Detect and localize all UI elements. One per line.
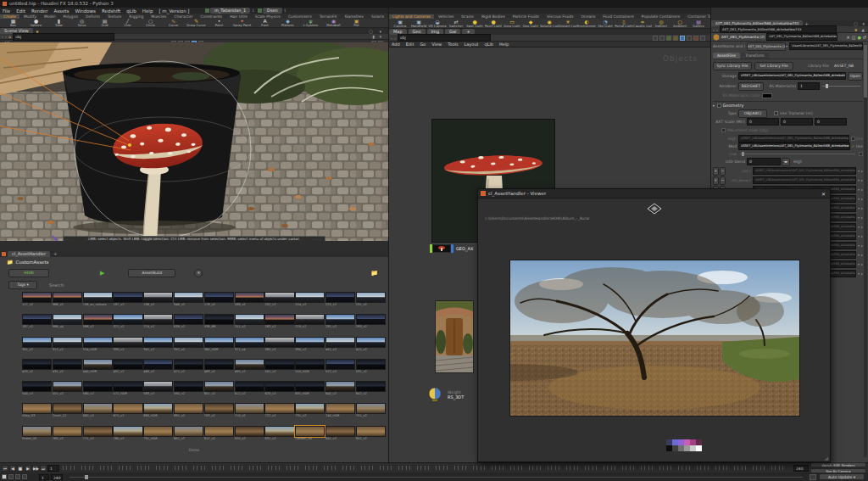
rs-materials-slider[interactable] — [822, 86, 860, 87]
shelf-tool[interactable]: ◔ Sky Light — [596, 20, 615, 28]
shelf-tool[interactable]: ◉ Metaball — [322, 19, 345, 27]
shelf-tool[interactable]: ∿ Curve — [162, 19, 185, 27]
cursor-tool-icon[interactable] — [653, 36, 658, 41]
shelf-tool[interactable]: ⇄ Switcher — [447, 20, 465, 28]
shelf-tab[interactable]: Grains — [458, 14, 478, 19]
asset-thumbnail[interactable]: 660_v2 — [83, 403, 113, 418]
shelf-tool[interactable]: ◎ Torus — [70, 19, 93, 27]
asset-thumbnail[interactable]: 966_v2 — [53, 292, 82, 307]
scene-viewport[interactable]: LMB: select objects. Shift LMB: toggle s… — [0, 42, 388, 241]
copy-icon[interactable]: ◫ — [852, 35, 856, 40]
asset-thumbnail[interactable]: 371_v4 — [235, 337, 264, 352]
shelf-tab[interactable]: Oceans — [578, 14, 600, 19]
lod-row-menu-icon[interactable]: ▾ — [858, 206, 860, 210]
home-icon[interactable]: ⌂ — [8, 34, 11, 39]
hdri-load-button[interactable]: HDRI — [8, 269, 49, 277]
shelf-tab[interactable]: Deform — [82, 14, 104, 19]
asset-thumbnail[interactable]: 583_v2 — [143, 381, 173, 396]
asset-thumbnail[interactable]: 601_v2 — [204, 381, 234, 396]
lod-row-expand-icon[interactable]: ▸ — [861, 271, 863, 276]
shelf-tab[interactable]: Constraints — [198, 14, 227, 19]
lod-row-menu-icon[interactable]: ▾ — [858, 178, 860, 182]
error-badge-icon[interactable] — [693, 36, 698, 41]
parameter-breadcrumb[interactable]: AXT_081_FlyAmanita_640ext568_dchebahbw74… — [720, 25, 837, 33]
asset-thumbnail[interactable]: Alley_03 — [22, 403, 52, 418]
pane-menu-icon[interactable]: ▾ — [862, 21, 865, 26]
shelf-tool[interactable]: ▭ Area Light — [503, 20, 521, 28]
network-menu-item[interactable]: Add — [392, 42, 400, 47]
asset-thumbnail[interactable]: 312_v2 — [53, 337, 82, 352]
go-end-icon[interactable]: ⏭ — [40, 465, 47, 472]
slider-handle[interactable] — [826, 84, 828, 88]
menu-item[interactable]: [ m_Version ] — [159, 8, 189, 14]
info-icon[interactable] — [659, 36, 665, 41]
update-mode-swatch[interactable] — [810, 474, 816, 480]
asset-thumbnail[interactable]: 301_v2 — [22, 337, 52, 352]
shelf-tool[interactable]: ○ Circle — [139, 19, 162, 27]
asset-thumbnail[interactable]: Street_05 — [22, 426, 52, 441]
asset-thumbnail[interactable]: 281_v2 — [326, 314, 355, 329]
shelf-tool[interactable]: ● Spot Light — [465, 20, 484, 28]
scale-x-field[interactable]: 0 — [747, 118, 779, 126]
light-node[interactable]: IBLight RS_3DT — [426, 387, 464, 402]
palette-swatch[interactable] — [684, 445, 690, 451]
lod-row-menu-icon[interactable]: ▾ — [858, 215, 860, 220]
lod-row-expand-icon[interactable]: ▸ — [861, 253, 863, 257]
asset-thumbnail[interactable]: Court_12 — [53, 403, 82, 418]
asset-thumbnail[interactable]: 274_v2 — [143, 314, 173, 329]
asset-thumbnail[interactable]: 341_v2 — [143, 337, 173, 352]
lod-row-expand-icon[interactable]: ▸ — [861, 187, 863, 192]
lod-row-expand-icon[interactable]: ▸ — [861, 262, 863, 266]
asset-thumbnail[interactable]: 986_v2 — [83, 314, 113, 329]
asset-path-field[interactable]: \AssetLibraries\AXT_081_FlyAmanita_640ex… — [789, 42, 863, 50]
shelf-tool[interactable]: ✦ Spray Paint — [231, 19, 253, 27]
asset-thumbnail[interactable]: 791_HDR — [143, 426, 173, 441]
pane-maximize-icon[interactable]: ▢ — [369, 29, 373, 34]
asset-thumbnail[interactable]: 420_v2 — [22, 359, 52, 374]
asset-thumbnail[interactable]: 187_v2 — [22, 314, 52, 329]
shelf-tab[interactable]: Solaris — [368, 14, 388, 19]
asset-thumbnail[interactable]: 590_v2 — [174, 381, 203, 396]
shelf-tab[interactable]: Viscous Fluids — [543, 14, 578, 19]
asset-thumbnail[interactable]: 780_v2 — [113, 426, 142, 441]
asset-thumbnail[interactable]: 202_v2 — [264, 292, 294, 307]
palette-swatch[interactable] — [672, 439, 678, 445]
shelf-tool[interactable]: ✳ Distant Light — [559, 20, 577, 28]
material-color-swatch[interactable] — [762, 93, 772, 98]
nav-forward-icon[interactable]: › — [5, 34, 7, 39]
network-path-field[interactable]: obj — [13, 33, 114, 41]
asset-thumbnail[interactable]: 251_v2 — [235, 314, 264, 329]
tags-dropdown[interactable]: Tags ▾ — [8, 281, 37, 289]
asset-thumbnail[interactable]: 225_v2 — [326, 292, 355, 307]
menu-item[interactable]: Help — [142, 8, 153, 14]
node-render-flag[interactable] — [451, 244, 453, 253]
asset-thumbnail[interactable]: 188_v2 — [235, 292, 264, 307]
menu-item[interactable]: Windows — [75, 8, 96, 14]
asset-thumbnail[interactable]: 638_v2 — [174, 314, 203, 329]
asset-thumbnail[interactable]: 560_v2 — [83, 381, 113, 396]
palette-swatch[interactable] — [696, 445, 702, 451]
tab-assetfiles[interactable]: AssetFiles — [713, 53, 740, 59]
lod-row-menu-icon[interactable]: ▾ — [858, 243, 860, 248]
range-end-field[interactable]: 240 — [51, 474, 63, 480]
asset-thumbnail[interactable]: 740_HDR — [326, 403, 355, 418]
network-menu-item[interactable]: View — [431, 42, 442, 47]
high-use-checkbox[interactable] — [851, 137, 855, 141]
shelf-tab[interactable]: Create — [0, 14, 20, 19]
lod-add-button[interactable]: + — [713, 167, 719, 176]
palette-swatch[interactable] — [690, 439, 696, 445]
shelf-tool[interactable]: ◒ VR Camera — [428, 20, 447, 28]
shelf-tool[interactable]: ○ Ambient — [670, 20, 689, 28]
triplanar-checkbox[interactable] — [774, 111, 778, 115]
asset-thumbnail[interactable]: 540_v2 — [22, 381, 52, 396]
pane-menu-icon[interactable]: ▾ — [379, 29, 381, 34]
asset-thumbnail[interactable]: 771_v2 — [83, 426, 113, 441]
audio-icon[interactable] — [8, 474, 14, 479]
browse-folder-icon[interactable]: 📁 — [370, 270, 378, 277]
lod-blend-field[interactable]: 0 — [747, 158, 781, 165]
geometry-toggle[interactable] — [717, 103, 721, 108]
asset-thumbnail[interactable]: 197_v2 — [113, 292, 142, 307]
shelf-tool[interactable]: ◐ Environment — [577, 20, 596, 28]
watch-exr-renders-button[interactable]: Watch_EXR_Renders — [810, 462, 866, 467]
shelf-tab[interactable]: Populate Containers — [638, 14, 684, 19]
